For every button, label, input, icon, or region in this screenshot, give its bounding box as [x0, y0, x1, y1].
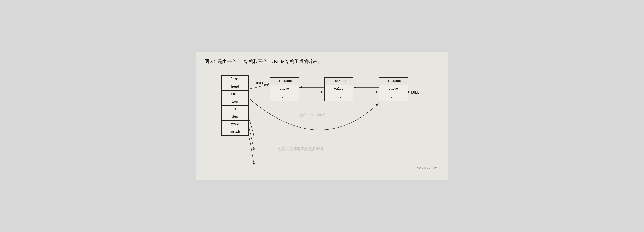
node1-value: value: [270, 85, 298, 93]
node2-value: value: [324, 85, 353, 93]
head-to-node1-arrow: [249, 85, 269, 89]
node1-title: listNode: [270, 78, 298, 85]
null-left-label: NULL: [256, 81, 264, 85]
node1-prev-null-arrow: [266, 83, 270, 84]
match-dots: ...: [255, 164, 261, 168]
list-cell-head: head: [222, 83, 248, 91]
node3-box: listNode value ...: [378, 77, 408, 101]
node3-title: listNode: [379, 78, 408, 85]
free-dots: ...: [255, 150, 261, 153]
list-cell-free: free: [222, 121, 248, 128]
list-box: list head tail len 3 dup free match: [222, 75, 249, 136]
node1-dots: ...: [270, 93, 298, 101]
list-cell-dup: dup: [222, 113, 248, 121]
bg-watermark-1: AI学习笔记整理: [299, 113, 326, 118]
node2-box: listNode value ...: [324, 77, 354, 101]
page-title: 图 3-2 是由一个 list 结构和三个 listNode 结构组成的链表。: [204, 58, 440, 65]
list-cell-tail: tail: [222, 91, 248, 98]
tail-to-node3-arrow: [249, 98, 378, 130]
node3-value: value: [379, 85, 408, 93]
page-container: 图 3-2 是由一个 list 结构和三个 listNode 结构组成的链表。 …: [196, 52, 448, 180]
list-cell-match: match: [222, 128, 248, 135]
list-cell-len: len: [222, 98, 248, 106]
diagram-area: list head tail len 3 dup free match list…: [204, 71, 440, 172]
match-arrow: [249, 134, 254, 166]
bg-watermark-2: 欢迎关注博客了解更多详情: [278, 146, 323, 151]
list-cell-3: 3: [222, 106, 248, 113]
free-arrow: [249, 125, 254, 151]
node2-title: listNode: [324, 78, 353, 85]
list-cell-list: list: [222, 76, 248, 83]
watermark-text: CSDN @ yankie880: [416, 167, 437, 169]
node1-box: listNode value ...: [270, 77, 299, 101]
dup-dots: ...: [255, 135, 261, 139]
null-right-label: NULL: [411, 91, 419, 95]
node3-dots: ...: [379, 93, 408, 101]
node2-dots: ...: [324, 93, 353, 101]
dup-arrow: [249, 117, 254, 137]
